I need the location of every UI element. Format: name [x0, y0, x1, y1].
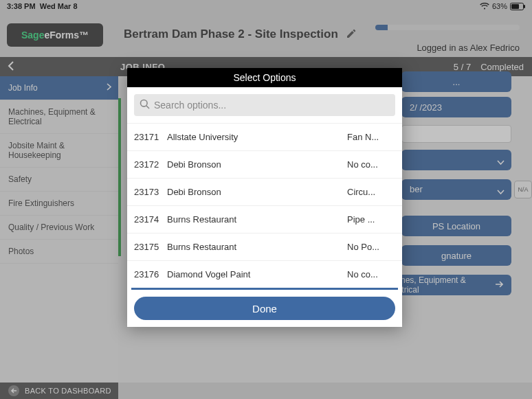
list-item[interactable]: 23175 Burns Restaurant No Po... [127, 233, 402, 260]
modal-title: Select Options [127, 68, 402, 87]
done-button[interactable]: Done [134, 297, 395, 320]
list-item[interactable]: 23174 Burns Restaurant Pipe ... [127, 205, 402, 233]
list-item[interactable]: 23173 Debi Bronson Circu... [127, 178, 402, 205]
search-input[interactable] [154, 100, 390, 111]
search-icon [140, 99, 150, 112]
svg-point-3 [141, 100, 148, 106]
modal-list: 23171 Allstate University Fan N... 23172… [127, 123, 402, 288]
modal-search[interactable] [134, 94, 395, 116]
select-options-modal: Select Options 23171 Allstate University… [127, 68, 402, 327]
modal-divider [131, 288, 398, 290]
list-item[interactable]: 23172 Debi Bronson No co... [127, 150, 402, 178]
list-item[interactable]: 23176 Diamond Vogel Paint No co... [127, 260, 402, 288]
list-item[interactable]: 23171 Allstate University Fan N... [127, 123, 402, 150]
